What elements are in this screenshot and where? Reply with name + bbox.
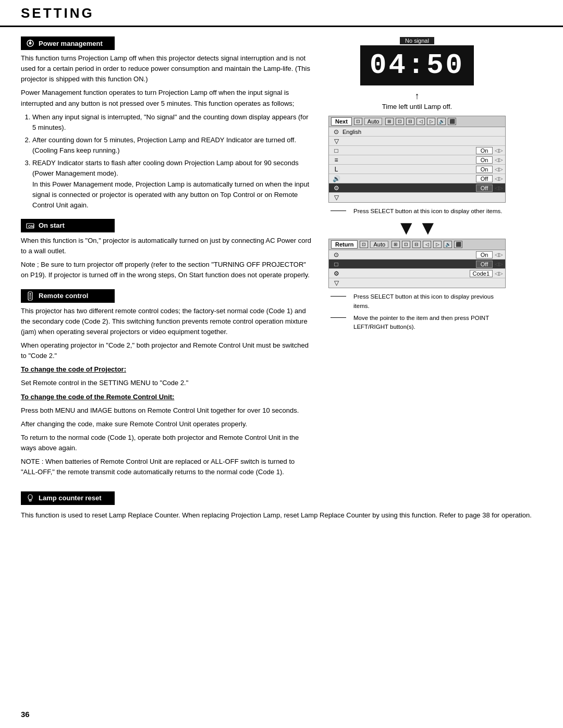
menu-bottom-row-arrow: ▽	[329, 278, 505, 288]
svg-point-10	[28, 495, 32, 500]
svg-rect-8	[29, 297, 31, 297]
main-content: Power management This function turns Pro…	[0, 27, 563, 486]
auto-label-top: Auto	[364, 118, 383, 125]
menu-row-off1: 🔊 Off ◁▷	[329, 174, 505, 183]
on3-icon: L	[331, 166, 341, 173]
on2-icon: ≡	[331, 156, 341, 164]
lamp-counter-section: Lamp counter reset This function is used…	[21, 491, 542, 521]
b-on-value: On	[476, 251, 493, 258]
off2-icon: ⚙	[331, 184, 341, 192]
lamp-icon	[25, 493, 35, 503]
big-arrow-down1: ▼	[396, 219, 416, 237]
power-step-2: After counting down for 5 minutes, Proje…	[32, 135, 313, 156]
power-step-3: READY Indicator starts to flash after co…	[32, 158, 313, 211]
on1-icon: □	[331, 147, 341, 154]
change-projector-text: Set Remote control in the SETTING MENU t…	[21, 378, 313, 388]
b-on-icon: ⊙	[331, 251, 341, 258]
power-management-text1: This function turns Projection Lamp off …	[21, 53, 313, 84]
bottom-section: Lamp counter reset This function is used…	[0, 491, 563, 521]
menu-row-arrow2: ▽	[329, 193, 505, 202]
on1-value: On	[476, 147, 493, 154]
menu-top-icon4: ⊟	[406, 118, 414, 125]
language-label: English	[341, 129, 503, 135]
select-note-bottom-text: Press SELECT button at this icon to disp…	[353, 292, 506, 311]
menu-top-icon6: ▷	[427, 118, 435, 125]
power-management-header: Power management	[21, 36, 115, 50]
clock-minutes: 50	[426, 50, 464, 81]
power-management-steps: When any input signal is interrupted, "N…	[32, 112, 313, 211]
next-button[interactable]: Next	[331, 117, 352, 126]
b-off-arrow: ◁▷	[495, 261, 503, 267]
on-start-section: ON On start When this function is "On," …	[21, 219, 313, 281]
on-start-icon: ON	[25, 220, 35, 231]
b-code1-value: Code1	[470, 270, 493, 277]
menu-top-icon1: ⊡	[354, 118, 362, 125]
menu-top-header: Next ⊡ Auto ⊞ ⊡ ⊟ ◁ ▷ 🔊 ⬛	[329, 116, 505, 127]
change-remote-text2: After changing the code, make sure Remot…	[21, 419, 313, 429]
menu-bottom-icon8: ⬛	[454, 241, 462, 248]
select-note-bottom: Press SELECT button at this icon to disp…	[331, 292, 506, 311]
power-step-1: When any input signal is interrupted, "N…	[32, 112, 313, 133]
on1-arrow: ◁▷	[495, 147, 503, 153]
menu-top-icon3: ⊡	[396, 118, 404, 125]
on2-arrow: ◁▷	[495, 157, 503, 163]
page-number: 36	[21, 710, 30, 719]
menu-bottom-icon4: ⊟	[412, 241, 421, 248]
svg-rect-7	[29, 295, 31, 296]
svg-point-1	[29, 42, 32, 45]
clock-arrow: ↑	[328, 91, 506, 102]
bottom-menu-panel-wrapper: Return ⊡ Auto ⊞ ⊡ ⊟ ◁ ▷ 🔊 ⬛ ⊙ On ◁▷	[328, 239, 506, 331]
on3-value: On	[476, 166, 493, 173]
on3-arrow: ◁▷	[495, 166, 503, 172]
off1-icon: 🔊	[331, 175, 341, 182]
b-on-arrow: ◁▷	[495, 252, 503, 257]
time-left-label: Time left until Lamp off.	[328, 103, 506, 110]
on-start-note: Note ; Be sure to turn projector off pro…	[21, 260, 313, 280]
language-icon: ⊙	[331, 128, 341, 135]
right-column: No signal 04:50 ↑ Time left until Lamp o…	[328, 36, 506, 486]
change-remote-label: To change the code of the Remote Control…	[21, 392, 313, 402]
menu-bottom-icon1: ⊡	[360, 241, 368, 248]
menu-top-icon2: ⊞	[385, 118, 394, 125]
big-arrow-down2: ▼	[418, 219, 438, 237]
b-off-icon: □	[331, 261, 341, 268]
down-arrow-icon2: ▽	[331, 194, 341, 201]
select-note-top: Press SELECT button at this icon to disp…	[331, 207, 506, 216]
big-arrows-container: ▼ ▼	[328, 219, 506, 237]
auto-label-bottom: Auto	[370, 241, 388, 248]
callout-line-bottom	[331, 296, 346, 297]
menu-bottom-row-off: □ Off ◁▷	[329, 260, 505, 269]
svg-text:ON: ON	[28, 225, 34, 228]
callout-line-move	[331, 317, 346, 318]
lamp-counter-label: Lamp counter reset	[39, 494, 102, 502]
remote-text1: This projector has two different remote …	[21, 306, 313, 337]
power-management-section: Power management This function turns Pro…	[21, 36, 313, 211]
power-management-label: Power management	[39, 40, 103, 47]
bottom-menu-panel: Return ⊡ Auto ⊞ ⊡ ⊟ ◁ ▷ 🔊 ⬛ ⊙ On ◁▷	[328, 239, 506, 288]
no-signal-label: No signal	[328, 36, 506, 45]
on-start-header: ON On start	[21, 219, 115, 232]
b-off-value: Off	[476, 261, 493, 268]
change-projector-label: To change the code of Projector:	[21, 364, 313, 375]
menu-row-on2: ≡ On ◁▷	[329, 155, 505, 165]
clock-box: 04:50	[360, 45, 474, 85]
return-button[interactable]: Return	[331, 240, 358, 249]
lamp-counter-text: This function is used to reset Lamp Repl…	[21, 510, 542, 521]
remote-icon	[25, 291, 35, 301]
page-footer: 36	[21, 710, 30, 719]
top-menu-panel: Next ⊡ Auto ⊞ ⊡ ⊟ ◁ ▷ 🔊 ⬛ ⊙ English	[328, 116, 506, 203]
power-management-text2: Power Management function operates to tu…	[21, 88, 313, 108]
menu-bottom-row-code1: ⚙ Code1 ◁▷	[329, 269, 505, 278]
menu-row-arrow1: ▽	[329, 137, 505, 146]
on-start-label: On start	[39, 221, 65, 229]
menu-top-icon5: ◁	[417, 118, 425, 125]
down-arrow-icon1: ▽	[331, 138, 341, 145]
menu-bottom-row-on: ⊙ On ◁▷	[329, 250, 505, 260]
menu-bottom-icon6: ▷	[433, 241, 442, 248]
clock-colon: :	[408, 50, 426, 81]
svg-rect-11	[29, 500, 31, 501]
b-arrow-icon: ▽	[331, 279, 341, 287]
b-code1-icon: ⚙	[331, 270, 341, 277]
off2-arrow: ◁▷	[495, 185, 503, 191]
svg-rect-9	[29, 298, 31, 299]
